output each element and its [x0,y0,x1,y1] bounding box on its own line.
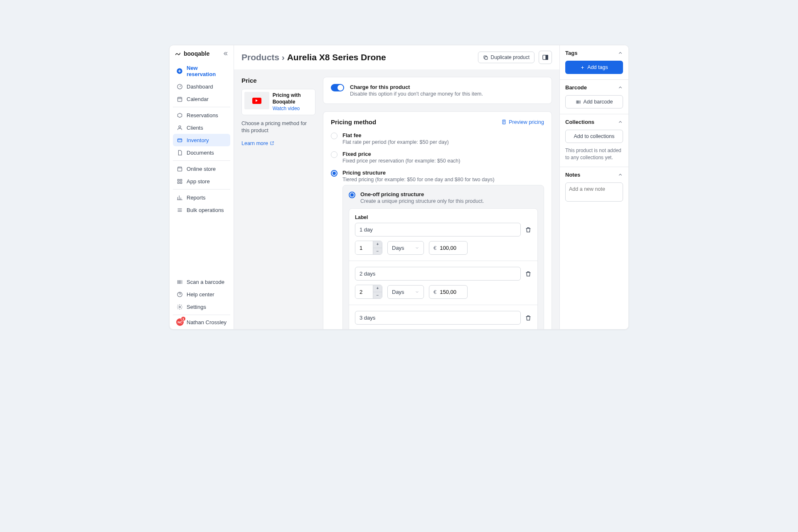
currency-symbol: € [433,245,436,251]
watch-video-link[interactable]: Watch video [273,105,313,112]
radio-input[interactable] [349,192,355,198]
add-to-collections-button[interactable]: Add to collections [565,130,623,143]
gauge-icon [176,83,183,90]
tier-row: Label +− Days [349,209,537,261]
collapse-sidebar-icon[interactable] [223,51,229,57]
sidebar-item-settings[interactable]: Settings [173,300,230,313]
sidebar-item-help-center[interactable]: Help center [173,288,230,300]
radio-pricing-structure[interactable]: Pricing structureTiered pricing (for exa… [331,170,544,182]
nested-options: One-off pricing structureCreate a unique… [342,185,544,329]
sidebar-item-clients[interactable]: Clients [173,121,230,134]
new-reservation-label: New reservation [187,65,227,77]
trash-icon[interactable] [525,271,532,277]
barcode-section-toggle[interactable]: Barcode [560,80,628,95]
radio-fixed-price[interactable]: Fixed priceFixed price per reservation (… [331,151,544,164]
user-menu[interactable]: NC1 Nathan Crossley [173,315,230,329]
stepper-up[interactable]: + [373,285,382,292]
notes-section-toggle[interactable]: Notes [560,167,628,182]
receipt-icon [501,119,507,125]
radio-one-off-structure[interactable]: One-off pricing structureCreate a unique… [349,191,538,204]
store-icon [176,165,183,172]
quantity-stepper[interactable]: +− [355,285,382,299]
stepper-down[interactable]: − [373,248,382,254]
collections-section-toggle[interactable]: Collections [560,114,628,130]
tags-section-toggle[interactable]: Tags [560,45,628,61]
gear-icon [176,303,183,310]
header: Products › Aurelia X8 Series Drone Dupli… [234,45,559,69]
radio-input[interactable] [331,151,337,158]
learn-more-link[interactable]: Learn more [241,140,274,146]
chevron-up-icon [618,85,623,90]
chevron-up-icon [618,172,623,177]
quantity-input[interactable] [355,285,373,298]
charge-card: Charge for this product Disable this opt… [323,77,552,104]
logo-text: booqable [184,50,209,57]
duplicate-product-button[interactable]: Duplicate product [478,52,534,63]
unit-select[interactable]: Days [387,285,424,299]
svg-rect-12 [485,57,488,59]
breadcrumb: Products › Aurelia X8 Series Drone [241,52,386,62]
sidebar-item-documents[interactable]: Documents [173,146,230,159]
charge-subtitle: Disable this option if you don't charge … [350,91,483,97]
sidebar-item-inventory[interactable]: Inventory [173,134,230,146]
barcode-icon [576,99,581,105]
preview-pricing-link[interactable]: Preview pricing [501,119,544,125]
sidebar-item-reports[interactable]: Reports [173,191,230,204]
avatar: NC1 [176,318,184,326]
document-icon [176,149,183,156]
chevron-up-icon [618,50,623,56]
panel-toggle-button[interactable] [539,51,552,64]
tier-label-input[interactable] [355,267,521,281]
breadcrumb-separator: › [282,52,287,62]
help-column: Price Pricing with Booqable Watch video … [241,77,315,322]
sidebar-item-calendar[interactable]: Calendar [173,93,230,105]
stepper-down[interactable]: − [373,292,382,298]
tier-row: +− Days € [349,261,537,305]
sidebar-item-dashboard[interactable]: Dashboard [173,80,230,93]
quantity-stepper[interactable]: +− [355,241,382,255]
radio-input[interactable] [331,170,337,177]
sidebar-item-bulk-operations[interactable]: Bulk operations [173,204,230,216]
label-heading: Label [355,214,532,220]
tier-label-input[interactable] [355,311,521,325]
quantity-input[interactable] [355,241,373,254]
radio-input[interactable] [331,133,337,139]
tier-list: Label +− Days [349,208,538,329]
unit-select[interactable]: Days [387,241,424,255]
new-reservation-button[interactable]: New reservation [173,62,230,80]
logo[interactable]: booqable [175,50,209,57]
sidebar-item-scan-barcode[interactable]: Scan a barcode [173,276,230,288]
price-input-group[interactable]: € [429,241,468,255]
svg-rect-4 [177,138,182,142]
sidebar-item-app-store[interactable]: App store [173,175,230,187]
svg-point-11 [179,306,180,308]
charge-toggle[interactable] [331,84,344,91]
section-heading: Price [241,77,315,84]
stepper-up[interactable]: + [373,241,382,248]
video-card[interactable]: Pricing with Booqable Watch video [241,89,315,115]
trash-icon[interactable] [525,315,532,321]
price-input[interactable] [440,289,463,295]
radio-flat-fee[interactable]: Flat feeFlat rate per period (for exampl… [331,132,544,145]
main-area: Products › Aurelia X8 Series Drone Dupli… [234,45,559,329]
play-icon [252,98,261,104]
notification-badge: 1 [181,316,186,321]
logo-icon [175,50,181,57]
trash-icon[interactable] [525,227,532,233]
price-input[interactable] [440,245,463,251]
list-icon [176,207,183,213]
tier-label-input[interactable] [355,223,521,236]
currency-symbol: € [433,289,436,295]
add-tags-button[interactable]: Add tags [565,61,623,74]
plus-icon [580,65,585,70]
external-link-icon [270,141,274,145]
plus-circle-icon [176,68,183,74]
breadcrumb-root[interactable]: Products [241,52,279,62]
sidebar-item-reservations[interactable]: Reservations [173,109,230,121]
note-input[interactable] [565,182,623,202]
sidebar-item-online-store[interactable]: Online store [173,163,230,175]
right-panel: Tags Add tags Barcode Add barcode Collec… [559,45,628,329]
user-icon [176,124,183,131]
price-input-group[interactable]: € [429,285,468,299]
add-barcode-button[interactable]: Add barcode [565,95,623,108]
